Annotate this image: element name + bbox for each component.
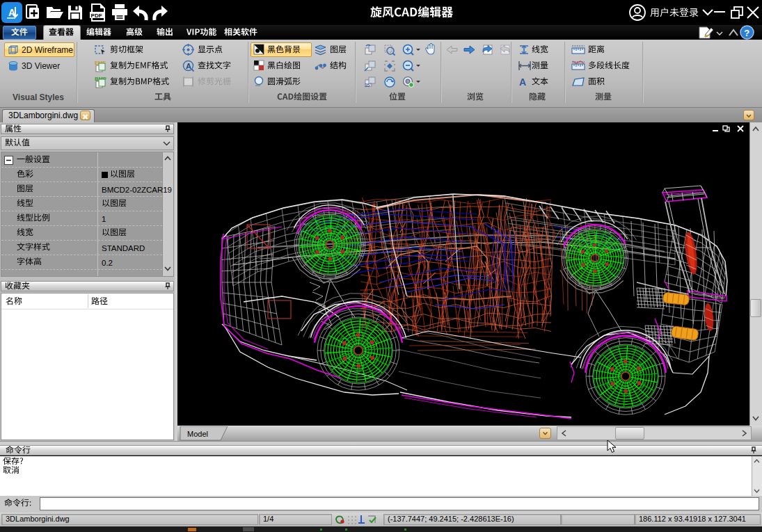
svg-text:A: A [186, 62, 191, 70]
svg-text:A: A [519, 76, 526, 87]
svg-text:Model: Model [187, 430, 208, 438]
svg-text:PDF: PDF [91, 13, 102, 19]
svg-text:?: ? [744, 28, 749, 38]
svg-text:35°: 35° [365, 83, 372, 88]
